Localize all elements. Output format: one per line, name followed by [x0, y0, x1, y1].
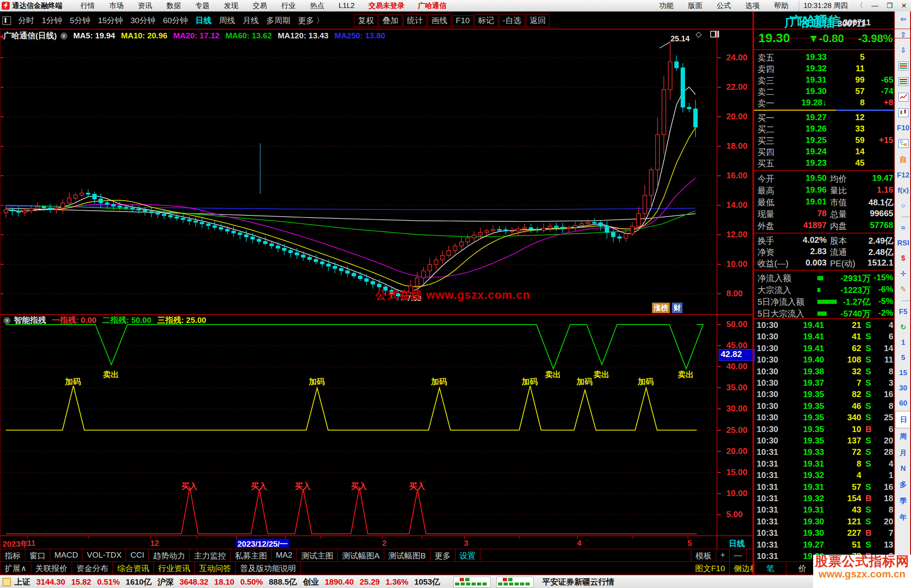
- period-n[interactable]: N: [895, 461, 911, 476]
- wave-icon[interactable]: ≈: [895, 220, 911, 236]
- f5[interactable]: F5: [895, 304, 911, 320]
- indicator-tab-测试主图[interactable]: 测试主图: [297, 549, 338, 562]
- minimize-button[interactable]: —: [867, 2, 882, 10]
- indicator-tab-测试幅图A[interactable]: 测试幅图A: [338, 549, 384, 562]
- indicator-tab-窗口[interactable]: 窗口: [25, 549, 50, 562]
- toolbar-button-统计[interactable]: 统计: [403, 14, 427, 27]
- layout-icon[interactable]: [3, 16, 11, 25]
- menu-item-发现[interactable]: 发现: [217, 1, 245, 11]
- toolbar-button-标记[interactable]: 标记: [474, 14, 498, 27]
- up-icon[interactable]: ⇧: [895, 27, 911, 43]
- close-button[interactable]: ✕: [897, 2, 911, 10]
- menu-item-数据[interactable]: 数据: [159, 1, 188, 11]
- indicator-tab-MA2[interactable]: MA2: [272, 549, 297, 562]
- badge-cai[interactable]: 财: [672, 303, 682, 313]
- period-1[interactable]: 1: [895, 335, 911, 350]
- period-day[interactable]: 日: [895, 411, 911, 428]
- indicator-tab-趋势动力[interactable]: 趋势动力: [149, 549, 190, 562]
- period-tab-周线[interactable]: 周线: [216, 15, 239, 26]
- restore-button[interactable]: ❐: [882, 2, 897, 10]
- template-button[interactable]: 模板: [691, 549, 716, 562]
- diamond-icon[interactable]: [695, 31, 702, 38]
- menu-item-功能[interactable]: 功能: [652, 1, 681, 11]
- toolbar-button-F10[interactable]: F10: [452, 15, 474, 26]
- period-tab-30分钟[interactable]: 30分钟: [127, 15, 159, 26]
- menu-item-交易[interactable]: 交易: [245, 1, 274, 11]
- menu-item-行业[interactable]: 行业: [274, 1, 303, 11]
- trend-icon[interactable]: [895, 89, 911, 105]
- period-tab-60分钟[interactable]: 60分钟: [159, 15, 191, 26]
- rsi[interactable]: RSI: [895, 236, 911, 251]
- toolbar-button-画线[interactable]: 画线: [428, 14, 451, 27]
- relation-icon[interactable]: [895, 136, 911, 151]
- collapse-icon[interactable]: ∨: [60, 32, 67, 40]
- button-图文F10[interactable]: 图文F10: [691, 562, 730, 575]
- formula[interactable]: f(x): [895, 183, 911, 198]
- pencil-icon[interactable]: ✎: [895, 282, 911, 297]
- titlebar-stock-name[interactable]: 广哈通信: [411, 1, 453, 11]
- toolbar-button-返回[interactable]: 返回: [526, 14, 550, 27]
- indicator-tab-CCI[interactable]: CCI: [126, 549, 149, 562]
- zoom-—-button[interactable]: —: [730, 549, 747, 562]
- period-tab-月线[interactable]: 月线: [239, 15, 263, 26]
- indicator-tab-测试幅图B[interactable]: 测试幅图B: [384, 549, 431, 562]
- menu-item-公式[interactable]: 公式: [709, 1, 738, 11]
- menu-item-行情[interactable]: 行情: [73, 1, 102, 11]
- menu-item-版面[interactable]: 版面: [681, 1, 709, 11]
- period-tab-1分钟[interactable]: 1分钟: [38, 15, 66, 26]
- period-tab-15分钟[interactable]: 15分钟: [94, 15, 127, 26]
- extension-tab-综合资讯[interactable]: 综合资讯: [113, 562, 154, 575]
- period-week[interactable]: 周: [895, 428, 911, 445]
- f12[interactable]: F12: [895, 168, 911, 183]
- list-icon[interactable]: [895, 74, 911, 89]
- period-15[interactable]: 15: [895, 365, 911, 381]
- period-5[interactable]: 5: [895, 350, 911, 365]
- period-30[interactable]: 30: [895, 381, 911, 396]
- menu-item-选项[interactable]: 选项: [738, 1, 767, 11]
- f10[interactable]: F10: [895, 121, 911, 136]
- menu-item-帮助[interactable]: 帮助: [767, 1, 795, 11]
- indicator-tab-更多[interactable]: 更多: [431, 549, 456, 562]
- tape-tab-笔[interactable]: 笔: [754, 562, 787, 575]
- indicator-tab-MACD[interactable]: MACD: [50, 549, 83, 562]
- zixuan[interactable]: 自: [895, 151, 911, 168]
- money[interactable]: $: [895, 251, 911, 266]
- extension-tab-普及版功能说明[interactable]: 普及版功能说明: [236, 562, 301, 575]
- extension-tab-扩展∧[interactable]: 扩展∧: [0, 562, 31, 575]
- back-button[interactable]: 〈: [852, 1, 867, 10]
- move-icon[interactable]: ✛: [895, 266, 911, 282]
- period-tab-分时[interactable]: 分时: [14, 15, 38, 26]
- extension-tab-行业资讯[interactable]: 行业资讯: [154, 562, 195, 575]
- zoom-+-button[interactable]: +: [716, 549, 730, 562]
- period-season[interactable]: 季: [895, 493, 911, 509]
- indicator-tab-私募主图[interactable]: 私募主图: [231, 549, 272, 562]
- down-icon[interactable]: ⇩: [895, 43, 911, 58]
- extension-tab-资金分布[interactable]: 资金分布: [72, 562, 113, 575]
- menu-item-L1L2[interactable]: L1L2: [332, 2, 362, 10]
- indicator-tab-主力监控[interactable]: 主力监控: [190, 549, 231, 562]
- kline-icon[interactable]: [895, 105, 911, 121]
- toolbar-button-复权[interactable]: 复权: [354, 14, 378, 27]
- back-icon[interactable]: ⇦: [895, 11, 911, 27]
- extension-tab-关联报价[interactable]: 关联报价: [31, 562, 72, 575]
- split-view-icon[interactable]: [710, 31, 720, 38]
- period-60[interactable]: 60: [895, 396, 911, 411]
- refresh-icon[interactable]: ↻: [895, 320, 911, 335]
- report-icon[interactable]: [895, 58, 911, 74]
- menu-item-市场[interactable]: 市场: [102, 1, 131, 11]
- toolbar-button-叠加[interactable]: 叠加: [379, 14, 402, 27]
- menu-item-专题[interactable]: 专题: [188, 1, 217, 11]
- period-month[interactable]: 月: [895, 445, 911, 461]
- extension-tab-互动问答[interactable]: 互动问答: [195, 562, 236, 575]
- badge-zhangbang[interactable]: 涨榜: [652, 303, 670, 313]
- circle-icon[interactable]: ○: [895, 198, 911, 213]
- period-tab-更多 〉[interactable]: 更多 〉: [294, 15, 328, 26]
- period-tab-5分钟[interactable]: 5分钟: [66, 15, 94, 26]
- period-tab-多周期[interactable]: 多周期: [263, 15, 294, 26]
- indicator-tab-指标[interactable]: 指标: [0, 549, 25, 562]
- indicator-tab-设置[interactable]: 设置: [456, 549, 480, 562]
- menu-item-热点[interactable]: 热点: [303, 1, 332, 11]
- period-tab-日线[interactable]: 日线: [192, 15, 216, 26]
- indicator-tab-VOL-TDX[interactable]: VOL-TDX: [83, 549, 126, 562]
- status-icon[interactable]: [3, 578, 11, 586]
